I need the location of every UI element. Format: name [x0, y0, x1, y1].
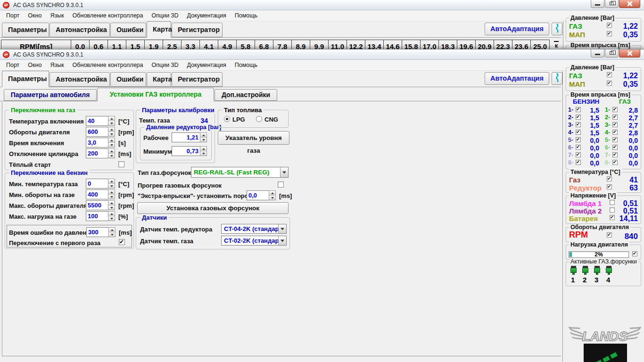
- tab-map[interactable]: Карта: [147, 21, 171, 38]
- benzin-cyl-checkbox[interactable]: [576, 152, 581, 157]
- spinner-value[interactable]: 0,0: [247, 190, 269, 200]
- titlebar[interactable]: AC GAS SYNCHRO 9.3.0.1: [0, 0, 644, 10]
- tab-recorder[interactable]: Регистратор: [172, 72, 223, 87]
- benzin-cyl-checkbox[interactable]: [576, 122, 581, 127]
- battery-checkbox[interactable]: [610, 215, 615, 220]
- switch-rpm-spinner[interactable]: 600: [86, 127, 115, 137]
- fuel-cng-radio[interactable]: [256, 116, 262, 122]
- menu-controller-update[interactable]: Обновление контроллера: [68, 11, 148, 20]
- gas-cyl-checkbox[interactable]: [612, 107, 618, 112]
- reducer-temp-sensor-dropdown[interactable]: CT-04-2K (стандарт: [221, 224, 287, 234]
- spin-down-icon[interactable]: [108, 184, 115, 188]
- menu-window[interactable]: Окно: [24, 60, 46, 70]
- spin-up-icon[interactable]: [109, 228, 115, 232]
- menu-language[interactable]: Язык: [46, 11, 68, 20]
- rpm-checkbox[interactable]: [607, 232, 612, 238]
- lambda2-checkbox[interactable]: [610, 207, 615, 213]
- gas-cyl-checkbox[interactable]: [612, 145, 618, 150]
- spin-up-icon[interactable]: [108, 179, 115, 184]
- close-button[interactable]: [619, 0, 640, 8]
- extra-injection-spinner[interactable]: 0,0: [247, 190, 276, 200]
- menu-options-3d[interactable]: Опции 3D: [148, 11, 183, 20]
- spin-down-icon[interactable]: [108, 216, 115, 221]
- spin-up-icon[interactable]: [200, 147, 206, 151]
- max-load-spinner[interactable]: 100: [86, 211, 115, 221]
- menu-documentation[interactable]: Документация: [183, 60, 231, 70]
- connection-button[interactable]: [552, 23, 562, 35]
- spin-down-icon[interactable]: [108, 143, 115, 147]
- chevron-down-icon[interactable]: [278, 224, 286, 233]
- benzin-cyl-checkbox[interactable]: [576, 145, 581, 150]
- switch-time-spinner[interactable]: 3,0: [86, 138, 115, 148]
- minimize-button[interactable]: [591, 49, 604, 58]
- close-button[interactable]: [619, 49, 640, 58]
- gas-cyl-checkbox[interactable]: [612, 115, 618, 120]
- warmup-checkbox[interactable]: [278, 181, 284, 188]
- menu-port[interactable]: Порт: [2, 60, 24, 70]
- menu-language[interactable]: Язык: [46, 60, 68, 70]
- gas-cyl-checkbox[interactable]: [612, 160, 618, 165]
- spin-down-icon[interactable]: [200, 151, 206, 156]
- spin-down-icon[interactable]: [108, 121, 115, 125]
- benzin-cyl-checkbox[interactable]: [576, 107, 581, 112]
- menu-documentation[interactable]: Документация: [183, 11, 231, 20]
- menu-port[interactable]: Порт: [2, 11, 24, 20]
- spinner-value[interactable]: 400: [86, 189, 108, 199]
- warm-start-checkbox[interactable]: [118, 161, 124, 167]
- spin-up-icon[interactable]: [108, 190, 115, 195]
- menu-window[interactable]: Окно: [24, 11, 46, 20]
- spin-down-icon[interactable]: [200, 138, 206, 142]
- autoadaptation-button[interactable]: АвтоАдаптация: [485, 23, 549, 35]
- subtab-gas-controller-settings[interactable]: Установки ГАЗ контроллера: [97, 88, 214, 101]
- tab-recorder[interactable]: Регистратор: [172, 23, 223, 37]
- tab-parameters[interactable]: Параметры: [2, 71, 49, 87]
- spin-down-icon[interactable]: [108, 154, 115, 158]
- subtab-car-parameters[interactable]: Параметры автомобиля: [4, 89, 97, 101]
- tab-errors[interactable]: Ошибки: [110, 23, 146, 37]
- load-checkbox[interactable]: [632, 251, 637, 256]
- injector-type-dropdown[interactable]: REG-RAIL-SL (Fast REG): [191, 167, 289, 178]
- gas-cyl-checkbox[interactable]: [612, 152, 618, 157]
- max-rpm-spinner[interactable]: 5500: [86, 200, 115, 210]
- cylinder-off-spinner[interactable]: 200: [86, 148, 115, 158]
- spin-up-icon[interactable]: [108, 127, 115, 132]
- gas-cyl-checkbox[interactable]: [612, 122, 618, 127]
- spin-down-icon[interactable]: [109, 232, 115, 237]
- gas-level-indicator-button[interactable]: Указатель уровня газа: [218, 131, 289, 145]
- menu-controller-update[interactable]: Обновление контроллера: [68, 60, 148, 70]
- gas-injectors-setup-button[interactable]: Установка газовых форсунок: [137, 202, 289, 214]
- benzin-cyl-checkbox[interactable]: [576, 115, 581, 120]
- subtab-extra-settings[interactable]: Доп.настройки: [215, 89, 277, 101]
- gas-temp-checkbox[interactable]: [607, 176, 612, 181]
- spinner-value[interactable]: 40: [86, 116, 108, 126]
- autoadaptation-button[interactable]: АвтоАдаптация: [485, 72, 549, 85]
- menu-options-3d[interactable]: Опции 3D: [148, 60, 183, 70]
- titlebar[interactable]: AC GAS SYNCHRO 9.3.0.1: [0, 49, 644, 60]
- tab-map[interactable]: Карта: [147, 72, 171, 87]
- spin-down-icon[interactable]: [108, 206, 115, 210]
- spin-up-icon[interactable]: [108, 212, 115, 216]
- spin-up-icon[interactable]: [108, 138, 115, 143]
- spin-down-icon[interactable]: [269, 196, 275, 200]
- map-pressure-checkbox[interactable]: [607, 31, 612, 36]
- benzin-cyl-checkbox[interactable]: [576, 160, 581, 165]
- gas-pressure-checkbox[interactable]: [607, 23, 612, 28]
- min-rpm-gas-spinner[interactable]: 400: [86, 189, 115, 199]
- min-pressure-spinner[interactable]: 0,73: [172, 146, 207, 156]
- tab-parameters[interactable]: Параметры: [2, 23, 49, 37]
- spinner-value[interactable]: 100: [86, 211, 108, 221]
- spin-up-icon[interactable]: [108, 149, 115, 154]
- spinner-value[interactable]: 600: [86, 127, 108, 137]
- spin-up-icon[interactable]: [269, 191, 275, 196]
- gas-temp-sensor-dropdown[interactable]: CT-02-2K (стандарт: [221, 236, 287, 246]
- spin-up-icon[interactable]: [108, 116, 115, 121]
- spinner-value[interactable]: 200: [86, 148, 108, 158]
- working-pressure-spinner[interactable]: 1,21: [172, 132, 207, 142]
- spinner-value[interactable]: 0,73: [172, 146, 200, 156]
- reducer-temp-checkbox[interactable]: [607, 184, 612, 189]
- switch-temp-spinner[interactable]: 40: [86, 116, 115, 126]
- tab-errors[interactable]: Ошибки: [110, 72, 146, 87]
- tab-autotune[interactable]: Автонастройка: [50, 72, 110, 87]
- spin-up-icon[interactable]: [108, 201, 115, 206]
- spinner-value[interactable]: 300: [86, 227, 108, 237]
